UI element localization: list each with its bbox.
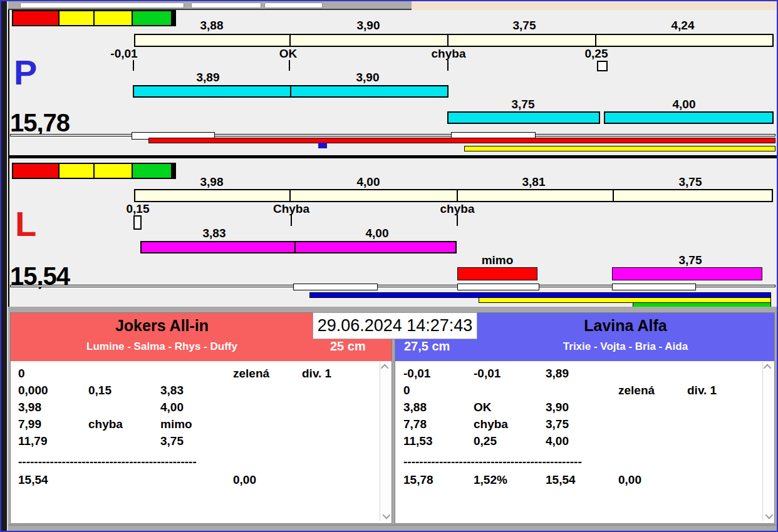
scrollbar-up-button[interactable] xyxy=(380,362,391,372)
result-cell: 11,53 xyxy=(403,432,474,449)
team-right-name: Lavina Alfa xyxy=(477,317,774,335)
lane-p-total-time: 15,78 xyxy=(10,109,70,137)
heat-value: mimo xyxy=(482,253,514,267)
split-bar-divider xyxy=(613,190,614,201)
status-segment-yellow xyxy=(95,164,132,178)
timeline-white-bar xyxy=(612,284,696,290)
marker-label: chyba xyxy=(432,47,466,61)
top-strip-beige xyxy=(412,1,778,10)
result-cell: OK xyxy=(474,399,546,416)
results-separator: ----------------------------------------… xyxy=(403,453,754,470)
result-cell xyxy=(618,365,687,382)
background-window-fragment xyxy=(191,3,261,8)
result-cell xyxy=(687,416,754,432)
result-cell: 3,83 xyxy=(160,382,233,399)
scrollbar-down-button[interactable] xyxy=(380,511,391,521)
result-cell: 3,89 xyxy=(546,365,618,382)
lane-l-split-bar xyxy=(134,189,773,202)
marker-label: chyba xyxy=(440,202,475,216)
team-right-total-row: 15,781,52%15,540,00 xyxy=(403,471,754,488)
result-row: 7,78chyba3,75 xyxy=(403,416,754,432)
team-left-results-area[interactable]: 0zelenádiv. 10,0000,153,833,984,007,99ch… xyxy=(11,361,392,523)
result-cell: chyba xyxy=(474,416,546,432)
heat-value: 3,75 xyxy=(512,98,535,111)
chevron-down-icon xyxy=(765,511,774,519)
scrollbar-down-button[interactable] xyxy=(763,511,774,521)
result-row: 11,793,75 xyxy=(18,432,369,449)
marker-label: 0,15 xyxy=(127,202,150,216)
result-cell: 15,78 xyxy=(403,471,474,488)
result-cell: -0,01 xyxy=(403,365,474,382)
marker-label: 0,25 xyxy=(585,47,608,61)
result-cell: 0,25 xyxy=(474,432,546,449)
marker-label: Chyba xyxy=(273,202,309,216)
team-left-dogs: Lumine - Salma - Rhys - Duffy xyxy=(11,340,313,353)
split-value: 3,81 xyxy=(522,175,546,189)
lane-p-letter: P xyxy=(14,55,37,90)
lane-l-fault-bar xyxy=(457,267,537,280)
result-cell xyxy=(302,416,369,432)
marker-label: -0,01 xyxy=(110,47,137,61)
scrollbar-track[interactable] xyxy=(380,362,391,521)
marker-checkbox[interactable] xyxy=(597,61,608,71)
result-cell: div. 1 xyxy=(687,382,754,399)
result-cell xyxy=(88,399,160,416)
marker-label: OK xyxy=(279,47,298,61)
marker-tick xyxy=(133,60,134,71)
lane-l-heat-bar xyxy=(612,267,762,280)
heat-value: 4,00 xyxy=(673,98,696,111)
split-bar-divider xyxy=(289,190,291,201)
result-cell: 4,00 xyxy=(160,399,233,416)
result-cell xyxy=(160,471,233,488)
timeline-blue-marker xyxy=(318,143,327,148)
result-cell: 0,15 xyxy=(88,382,160,399)
result-cell xyxy=(160,365,233,382)
team-right-result-rows: -0,01-0,013,890zelenádiv. 13,88OK3,907,7… xyxy=(403,365,754,449)
lane-p-split-bar xyxy=(134,34,774,47)
split-value: 3,98 xyxy=(200,175,224,189)
chevron-up-icon xyxy=(381,364,389,372)
window-left-edge xyxy=(1,1,7,532)
result-row: 3,88OK3,90 xyxy=(403,399,754,416)
result-cell: chyba xyxy=(88,416,160,432)
status-segment-yellow xyxy=(95,11,132,25)
result-cell: 7,99 xyxy=(18,416,88,432)
result-cell xyxy=(88,365,160,382)
status-segment-yellow xyxy=(60,164,93,178)
result-cell xyxy=(687,365,754,382)
result-cell: zelená xyxy=(233,365,302,382)
result-cell: 3,88 xyxy=(403,399,474,416)
team-right-results-area[interactable]: -0,01-0,013,890zelenádiv. 13,88OK3,907,7… xyxy=(395,361,774,523)
result-cell: 1,52% xyxy=(474,471,546,488)
marker-checkbox[interactable] xyxy=(133,215,142,230)
timeline-red-bar xyxy=(148,138,775,143)
team-right-dogs: Trixie - Vojta - Bria - Aida xyxy=(477,340,774,353)
heat-value: 3,75 xyxy=(679,253,702,267)
result-row: -0,01-0,013,89 xyxy=(403,365,754,382)
result-cell: 0,00 xyxy=(233,471,302,488)
chart-left-border xyxy=(8,10,9,307)
scrollbar-up-button[interactable] xyxy=(763,362,774,372)
split-value: 3,75 xyxy=(679,175,702,189)
split-value: 3,88 xyxy=(200,19,224,33)
result-cell xyxy=(618,432,687,449)
status-segment-green xyxy=(133,164,171,178)
result-cell xyxy=(233,399,302,416)
scrollbar-track[interactable] xyxy=(762,362,774,521)
result-row: 7,99chybamimo xyxy=(18,416,369,432)
status-segment-yellow xyxy=(60,11,93,25)
timing-app-window: P 15,78 3,88 3,90 3,75 4,24 -0,01 OK chy… xyxy=(0,0,778,532)
result-cell: 15,54 xyxy=(546,471,618,488)
heat-bar-divider xyxy=(294,242,296,252)
result-cell xyxy=(302,471,369,488)
lane-status-legend xyxy=(12,163,176,179)
marker-tick xyxy=(447,60,449,71)
split-value: 4,24 xyxy=(672,19,695,33)
result-cell: 0 xyxy=(18,365,88,382)
timeline-baseline xyxy=(10,134,775,136)
result-cell: 3,75 xyxy=(546,416,618,432)
team-right-jump-height: 27,5 cm xyxy=(404,339,450,354)
result-cell xyxy=(618,399,687,416)
result-cell: 3,90 xyxy=(546,399,618,416)
result-cell: 3,98 xyxy=(18,399,88,416)
